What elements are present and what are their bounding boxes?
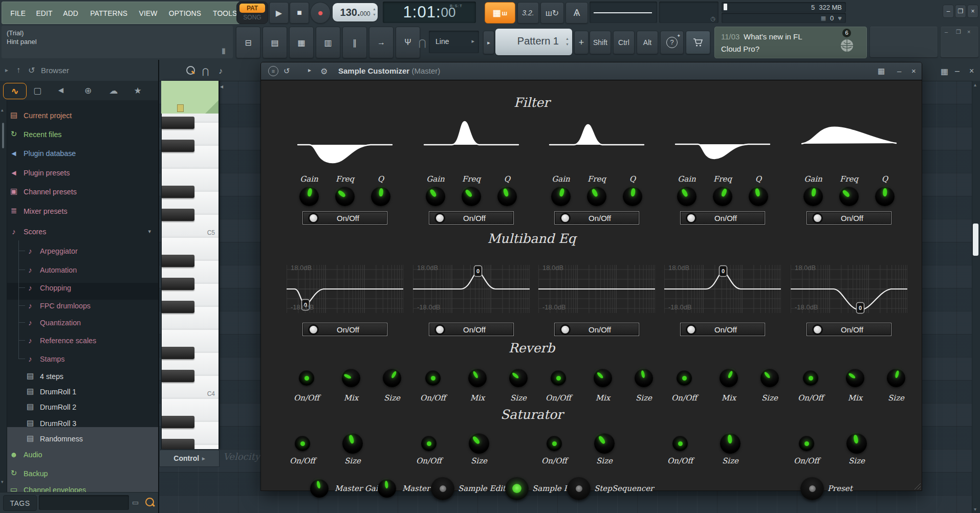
- reverb-onoff-led-band-4[interactable]: [677, 370, 692, 386]
- filter-gain-knob-band-4[interactable]: [677, 187, 696, 206]
- tab-velocity[interactable]: Velocity: [223, 451, 260, 462]
- reverb-size-knob-band-2[interactable]: [509, 369, 528, 387]
- black-key[interactable]: [162, 117, 194, 129]
- browser-item-drumroll-1[interactable]: ▤DrumRoll 1: [24, 384, 158, 399]
- note-icon[interactable]: ♪: [219, 66, 223, 76]
- undo-icon[interactable]: ↺: [284, 66, 290, 76]
- pr-close-icon[interactable]: ×: [969, 66, 974, 76]
- filter-gain-knob-band-1[interactable]: [299, 187, 319, 206]
- eq-display-band-5[interactable]: 018.0dB-18.0dB: [791, 261, 907, 317]
- filter-freq-knob-band-2[interactable]: [462, 187, 481, 206]
- black-key[interactable]: [162, 140, 194, 152]
- up-icon[interactable]: ↑: [16, 65, 20, 75]
- pattern-menu-button[interactable]: ▸: [483, 31, 494, 54]
- loop-record-button[interactable]: ш↻: [540, 2, 564, 24]
- minimize-button[interactable]: –: [943, 5, 954, 18]
- browser-tab-globe[interactable]: ⊕: [80, 83, 96, 98]
- filter-gain-knob-band-2[interactable]: [426, 187, 445, 206]
- menu-item-view[interactable]: VIEW: [135, 9, 162, 17]
- menu-item-options[interactable]: OPTIONS: [165, 9, 206, 17]
- black-key[interactable]: [162, 209, 194, 221]
- eq-onoff-band-2[interactable]: On/Off: [429, 323, 514, 336]
- browser-item-4-steps[interactable]: ▤4 steps: [24, 368, 158, 384]
- pattern-spinner[interactable]: ▲▼: [565, 36, 569, 47]
- black-key[interactable]: [162, 255, 194, 267]
- folder-icon[interactable]: ▭: [132, 498, 139, 506]
- filter-gain-knob-band-3[interactable]: [551, 187, 571, 206]
- reverb-mix-knob-band-5[interactable]: [846, 369, 864, 387]
- eq-onoff-band-3[interactable]: On/Off: [554, 323, 639, 336]
- refresh-icon[interactable]: ↺: [28, 65, 35, 75]
- saturator-size-knob-band-5[interactable]: [846, 433, 867, 454]
- filter-gain-knob-band-5[interactable]: [803, 187, 823, 206]
- filter-onoff-band-5[interactable]: On/Off: [807, 211, 891, 225]
- saturator-size-knob-band-3[interactable]: [594, 433, 615, 454]
- help-button[interactable]: ? ✦: [660, 31, 684, 54]
- sample-fx-button[interactable]: [505, 477, 529, 500]
- magnet-icon[interactable]: ⋂: [419, 37, 426, 49]
- bscroll-handle[interactable]: [2, 123, 4, 148]
- saturator-onoff-led-band-5[interactable]: [799, 436, 814, 451]
- browser-item-drumroll-2[interactable]: ▤DrumRoll 2: [24, 399, 158, 414]
- sample-edition-button[interactable]: [431, 477, 454, 500]
- reverb-size-knob-band-1[interactable]: [383, 369, 401, 387]
- scroll-up-icon[interactable]: ▴: [974, 82, 976, 87]
- reverb-onoff-led-band-3[interactable]: [551, 370, 566, 386]
- eq-display-band-3[interactable]: 18.0dB-18.0dB: [538, 261, 655, 317]
- snap-selector[interactable]: Line ▸: [429, 31, 479, 53]
- close-button[interactable]: ×: [967, 5, 978, 18]
- tags-button[interactable]: TAGS: [3, 495, 37, 511]
- filter-q-knob-band-3[interactable]: [623, 187, 642, 206]
- filter-onoff-band-4[interactable]: On/Off: [680, 211, 765, 225]
- filter-q-knob-band-5[interactable]: [875, 187, 895, 206]
- tags-search-input[interactable]: [39, 495, 129, 510]
- browser-item-current-project[interactable]: ▤Current project: [7, 107, 158, 123]
- reverb-onoff-led-band-1[interactable]: [299, 370, 314, 386]
- file-branch-button[interactable]: ⊟: [236, 27, 260, 58]
- filter-freq-knob-band-5[interactable]: [839, 187, 859, 206]
- plugin-menu-icon[interactable]: ≡: [268, 66, 278, 76]
- visible-range-marker[interactable]: [161, 81, 219, 114]
- mini-restore-icon[interactable]: ❐: [956, 29, 961, 35]
- browser-tab-cloud[interactable]: ☁: [106, 83, 121, 98]
- stop-button[interactable]: ■: [290, 2, 309, 24]
- reverb-size-knob-band-4[interactable]: [760, 369, 779, 387]
- black-key[interactable]: [162, 186, 194, 198]
- black-key[interactable]: [162, 278, 194, 290]
- master-pan-knob[interactable]: [378, 479, 396, 498]
- filter-freq-knob-band-3[interactable]: [587, 187, 606, 206]
- piano-roll-button[interactable]: ▥: [316, 27, 340, 58]
- gear-icon[interactable]: ⚙: [320, 66, 328, 76]
- filter-q-knob-band-1[interactable]: [371, 187, 390, 206]
- pat-button[interactable]: PAT: [239, 4, 265, 13]
- saturator-size-knob-band-2[interactable]: [469, 433, 489, 454]
- browser-item-recent-files[interactable]: ↻Recent files: [7, 126, 158, 142]
- menu-item-patterns[interactable]: PATTERNS: [86, 9, 132, 17]
- black-key[interactable]: [162, 370, 194, 382]
- mic-button[interactable]: Ψ: [396, 27, 420, 58]
- browser-item-arpeggiator[interactable]: ♪Arpeggiator: [24, 243, 158, 258]
- pr-minimize-icon[interactable]: –: [955, 66, 960, 76]
- scrollbar-handle[interactable]: [973, 224, 978, 256]
- browser-item-scores[interactable]: ♪Scores▾: [7, 224, 158, 239]
- black-key[interactable]: [162, 416, 194, 428]
- saturator-size-knob-band-4[interactable]: [720, 433, 741, 454]
- reverb-size-knob-band-3[interactable]: [635, 369, 653, 387]
- mini-close-icon[interactable]: ×: [967, 29, 970, 35]
- bscroll-down-icon[interactable]: ▾: [1, 479, 4, 484]
- reverb-mix-knob-band-3[interactable]: [594, 369, 612, 387]
- saturator-onoff-led-band-3[interactable]: [547, 436, 562, 451]
- reverb-onoff-led-band-2[interactable]: [425, 370, 441, 386]
- magnet-icon[interactable]: ⋂: [202, 66, 209, 76]
- menu-item-add[interactable]: ADD: [59, 9, 82, 17]
- browser-item-stamps[interactable]: ♪Stamps: [24, 351, 158, 366]
- tab-control[interactable]: Control ▸: [159, 450, 220, 467]
- saturator-onoff-led-band-4[interactable]: [672, 436, 688, 451]
- browser-item-backup[interactable]: ↻Backup: [7, 465, 158, 481]
- browser-item-fpc-drumloops[interactable]: ♪FPC drumloops: [24, 298, 158, 313]
- pattern-playlist-toggle[interactable]: ▦ш: [485, 2, 515, 24]
- filter-q-knob-band-4[interactable]: [749, 187, 768, 206]
- detach-grid-icon[interactable]: ▦: [941, 66, 948, 76]
- plugin-titlebar[interactable]: ≡ ↺ ▸ ⚙ Sample Customizer (Master) ▦ – ×: [261, 62, 922, 80]
- caret-right-icon[interactable]: ▸: [308, 66, 311, 74]
